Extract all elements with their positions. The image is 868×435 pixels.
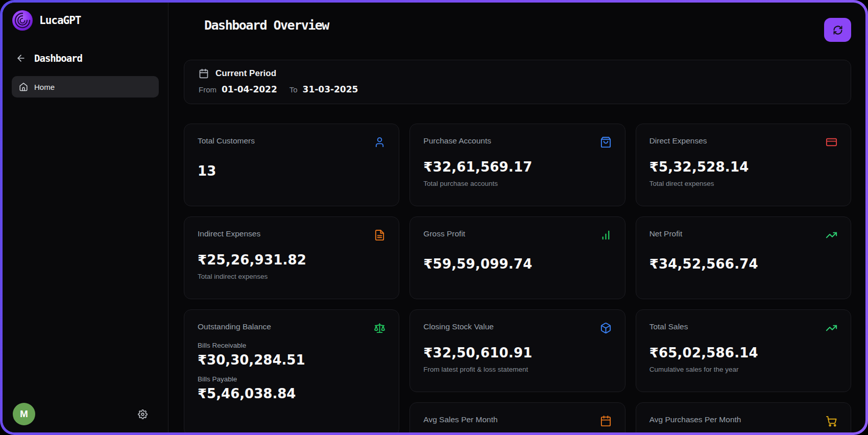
entry-label: Bills Payable	[198, 375, 385, 383]
shopping-bag-icon	[600, 136, 612, 148]
stat-label: Total Customers	[198, 136, 255, 146]
sidebar-footer: M	[12, 403, 159, 425]
period-title: Current Period	[215, 68, 276, 79]
avatar[interactable]: M	[13, 403, 35, 425]
entry-value: ₹30,30,284.51	[198, 352, 385, 368]
period-to-label: To	[290, 85, 298, 94]
sidebar-section-title: Dashboard	[34, 53, 82, 64]
file-text-icon	[374, 229, 385, 241]
stat-card-net-profit: Net Profit ₹34,52,566.74	[636, 216, 851, 299]
entry-label: Bills Receivable	[198, 342, 385, 349]
trending-up-icon	[826, 229, 837, 241]
page-title: Dashboard Overview	[204, 18, 851, 33]
stat-subtitle: From latest profit & loss statement	[423, 366, 611, 373]
stat-label: Outstanding Balance	[198, 322, 271, 331]
lucagpt-logo-icon	[12, 10, 33, 31]
stat-card-avg-purchases-per-month: Avg Purchases Per Month	[636, 402, 851, 432]
stat-label: Closing Stock Value	[423, 322, 494, 331]
scale-icon	[374, 322, 385, 334]
stat-value: ₹59,59,099.74	[423, 256, 611, 272]
stat-card-gross-profit: Gross Profit ₹59,59,099.74	[409, 216, 625, 299]
shopping-cart-icon	[826, 415, 837, 427]
sidebar: LucaGPT Dashboard Home M	[3, 3, 168, 432]
stat-value: ₹5,32,528.14	[649, 159, 837, 175]
user-icon	[374, 136, 385, 148]
sidebar-item-home-label: Home	[34, 83, 55, 91]
calendar-icon	[600, 415, 612, 427]
period-from-label: From	[199, 85, 216, 94]
stat-card-avg-sales-per-month: Avg Sales Per Month	[409, 402, 625, 432]
calendar-icon	[199, 68, 209, 79]
stat-label: Indirect Expenses	[198, 229, 260, 238]
stat-subtitle: Total direct expenses	[649, 180, 837, 187]
stat-value: 13	[198, 163, 385, 179]
stat-card-purchase-accounts: Purchase Accounts ₹32,61,569.17 Total pu…	[409, 124, 625, 206]
trending-up-icon	[826, 322, 837, 334]
period-to-value: 31-03-2025	[303, 84, 358, 94]
brand-name: LucaGPT	[39, 14, 81, 27]
stat-value: ₹34,52,566.74	[649, 256, 837, 272]
refresh-icon	[833, 25, 843, 35]
stat-value: ₹32,61,569.17	[423, 159, 611, 175]
stat-value: ₹32,50,610.91	[423, 345, 611, 360]
stat-card-closing-stock-value: Closing Stock Value ₹32,50,610.91 From l…	[409, 309, 625, 392]
gear-icon[interactable]	[138, 409, 148, 419]
period-from-value: 01-04-2022	[222, 84, 277, 94]
stat-card-total-customers: Total Customers 13	[184, 124, 399, 206]
stat-card-direct-expenses: Direct Expenses ₹5,32,528.14 Total direc…	[636, 124, 851, 206]
back-arrow-icon[interactable]	[16, 53, 26, 63]
stat-label: Net Profit	[649, 229, 683, 238]
stat-label: Avg Sales Per Month	[423, 415, 497, 424]
stat-card-outstanding-balance: Outstanding Balance Bills Receivable ₹30…	[184, 309, 399, 432]
stat-value: ₹25,26,931.82	[198, 252, 385, 268]
stat-label: Purchase Accounts	[423, 136, 491, 146]
home-icon	[19, 82, 28, 91]
stat-card-total-sales: Total Sales ₹65,02,586.14 Cumulative sal…	[636, 309, 851, 392]
stat-label: Gross Profit	[423, 229, 465, 238]
stat-label: Avg Purchases Per Month	[649, 415, 741, 424]
stat-subtitle: Cumulative sales for the year	[649, 366, 837, 373]
stat-subtitle: Total indirect expenses	[198, 273, 385, 280]
app-window: LucaGPT Dashboard Home M Dashboard Overv…	[3, 3, 865, 432]
current-period-card: Current Period From 01-04-2022 To 31-03-…	[184, 60, 851, 104]
stat-label: Total Sales	[649, 322, 688, 331]
stat-subtitle: Total purchase accounts	[423, 180, 611, 187]
stat-card-indirect-expenses: Indirect Expenses ₹25,26,931.82 Total in…	[184, 216, 399, 299]
entry-value: ₹5,46,038.84	[198, 386, 385, 401]
stat-value: ₹65,02,586.14	[649, 345, 837, 360]
sidebar-item-home[interactable]: Home	[12, 76, 159, 98]
box-icon	[600, 322, 612, 334]
bar-chart-icon	[600, 229, 612, 241]
brand: LucaGPT	[12, 10, 159, 31]
stats-grid: Total Customers 13 Indirect Expenses	[184, 124, 851, 432]
app-frame: LucaGPT Dashboard Home M Dashboard Overv…	[0, 0, 868, 435]
credit-card-icon	[826, 136, 837, 148]
main-content: Dashboard Overview Current Period From 0…	[168, 3, 865, 432]
stat-label: Direct Expenses	[649, 136, 707, 146]
refresh-button[interactable]	[824, 18, 851, 42]
